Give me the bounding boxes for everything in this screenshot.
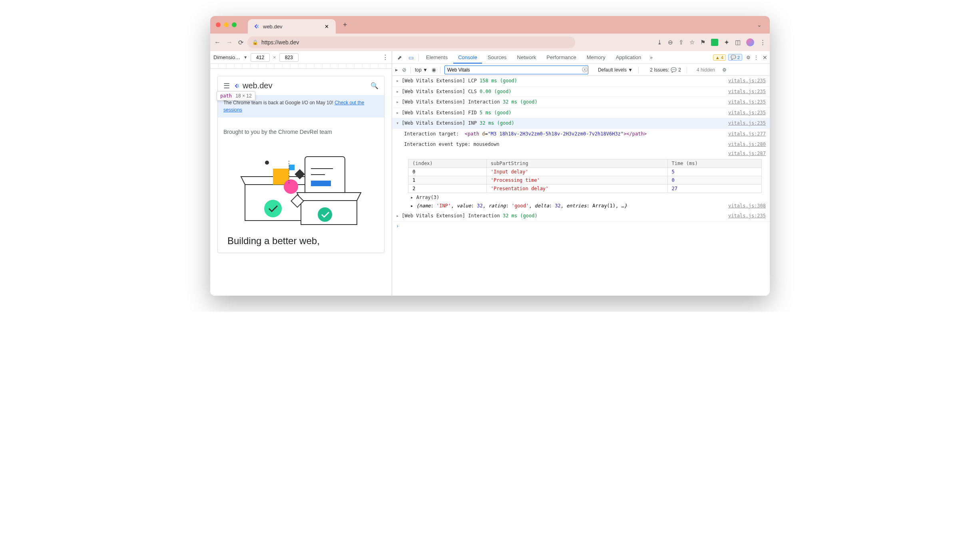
svg-rect-9 [311, 181, 331, 186]
avatar-icon[interactable] [746, 38, 754, 46]
close-window-icon[interactable] [216, 22, 221, 27]
device-toggle-icon[interactable]: ▭ [406, 54, 416, 61]
browser-toolbar: ← → ⟳ 🔒 https://web.dev ⤓ ⊖ ⇧ ☆ ⚑ ✦ ◫ ⋮ [210, 34, 770, 51]
svg-point-12 [318, 207, 332, 222]
clear-console-icon[interactable]: ⊘ [402, 67, 406, 73]
sidepanel-icon[interactable]: ◫ [735, 39, 741, 46]
extensions-puzzle-icon[interactable]: ✦ [724, 38, 729, 47]
source-link[interactable]: vitals.js:235 [728, 119, 766, 128]
warnings-badge[interactable]: ▲ 4 [713, 54, 726, 61]
source-link[interactable]: vitals.js:235 [728, 212, 766, 221]
console-table: (index) subPartString Time (ms) 0'Input … [408, 159, 762, 193]
reload-icon[interactable]: ⟳ [238, 39, 243, 46]
tab-network[interactable]: Network [512, 51, 541, 64]
table-header[interactable]: (index) [408, 159, 487, 167]
source-link[interactable]: vitals.js:287 [728, 149, 766, 158]
device-menu-icon[interactable]: ⋮ [382, 54, 388, 61]
minimize-window-icon[interactable] [224, 22, 229, 27]
log-row[interactable]: ▸[Web Vitals Extension] Interaction 32 m… [392, 211, 770, 222]
brand-text: web.dev [243, 81, 273, 90]
chevron-down-icon[interactable]: ▼ [243, 55, 247, 60]
devtools-close-icon[interactable]: ✕ [763, 54, 767, 61]
maximize-window-icon[interactable] [232, 22, 237, 27]
source-link[interactable]: vitals.js:280 [728, 140, 766, 149]
bookmark-icon[interactable]: ☆ [689, 39, 695, 46]
browser-tab[interactable]: web.dev ✕ [248, 19, 336, 34]
table-header[interactable]: Time (ms) [667, 159, 761, 167]
issues-link[interactable]: 2 Issues: 💬 2 [650, 67, 681, 73]
console-body: ▸[Web Vitals Extension] LCP 158 ms (good… [392, 76, 770, 296]
source-link[interactable]: vitals.js:235 [728, 88, 766, 96]
content-area: Dimensio… ▼ × ⋮ ☰ web.dev 🔍 [210, 51, 770, 296]
menu-dots-icon[interactable]: ⋮ [760, 39, 766, 46]
new-tab-button[interactable]: + [343, 21, 347, 29]
console-settings-icon[interactable]: ⚙ [722, 67, 727, 73]
svg-point-2 [264, 200, 282, 217]
extension-icon[interactable] [711, 39, 718, 46]
hamburger-icon[interactable]: ☰ [223, 82, 230, 90]
tab-application[interactable]: Application [611, 51, 646, 64]
source-link[interactable]: vitals.js:235 [728, 109, 766, 117]
tabs-overflow-icon[interactable]: » [647, 55, 656, 60]
log-row[interactable]: ▸[Web Vitals Extension] FID 5 ms (good)v… [392, 108, 770, 119]
nav-buttons: ← → ⟳ [214, 39, 243, 46]
play-icon[interactable]: ▸ [395, 67, 398, 73]
settings-gear-icon[interactable]: ⚙ [746, 55, 751, 60]
context-selector[interactable]: top ▼ [415, 67, 428, 73]
tab-performance[interactable]: Performance [542, 51, 581, 64]
download-icon[interactable]: ⤓ [657, 39, 662, 46]
table-row: 0'Input delay'5 [408, 167, 762, 176]
live-expression-icon[interactable]: ◉ [432, 67, 436, 73]
source-link[interactable]: vitals.js:235 [728, 77, 766, 86]
height-input[interactable] [279, 53, 299, 62]
log-levels-dropdown[interactable]: Default levels ▼ [598, 67, 633, 73]
info-badge[interactable]: 💬 2 [728, 54, 742, 61]
expand-arrow-icon[interactable]: ▸ [396, 212, 402, 221]
tab-sources[interactable]: Sources [483, 51, 512, 64]
share-icon[interactable]: ⇧ [679, 39, 684, 46]
table-header[interactable]: subPartString [486, 159, 667, 167]
dimensions-label[interactable]: Dimensio… [213, 54, 240, 60]
log-row-expanded[interactable]: ▾[Web Vitals Extension] INP 32 ms (good)… [392, 118, 770, 129]
forward-icon[interactable]: → [226, 39, 233, 46]
svg-marker-11 [297, 193, 361, 201]
log-row[interactable]: ▸[Web Vitals Extension] Interaction 32 m… [392, 97, 770, 108]
tab-console[interactable]: Console [453, 51, 482, 64]
tab-title: web.dev [263, 24, 321, 30]
address-bar[interactable]: 🔒 https://web.dev [247, 36, 575, 48]
devtools-menu-icon[interactable]: ⋮ [754, 55, 759, 60]
tab-elements[interactable]: Elements [421, 51, 452, 64]
site-brand[interactable]: web.dev [234, 81, 273, 90]
filter-input[interactable] [444, 66, 588, 74]
clear-filter-icon[interactable]: ⓧ [582, 66, 588, 74]
zoom-icon[interactable]: ⊖ [668, 39, 673, 46]
console-prompt[interactable]: › [392, 222, 770, 231]
banner-text: The Chrome team is back at Google I/O on… [223, 100, 335, 105]
source-link[interactable]: vitals.js:235 [728, 98, 766, 107]
table-row: 2'Presentation delay'27 [408, 184, 762, 193]
tab-memory[interactable]: Memory [582, 51, 610, 64]
array-expand-row[interactable]: ▸ Array(3) [392, 194, 770, 201]
source-link[interactable]: vitals.js:277 [728, 130, 766, 139]
flag-icon[interactable]: ⚑ [700, 39, 705, 46]
collapse-arrow-icon[interactable]: ▾ [396, 119, 402, 128]
svg-point-15 [265, 161, 269, 165]
tabs-dropdown-icon[interactable]: ⌄ [757, 22, 762, 28]
back-icon[interactable]: ← [214, 39, 221, 46]
inspect-icon[interactable]: ⬈ [394, 54, 405, 61]
site-subhead: Brought to you by the Chrome DevRel team [218, 117, 384, 141]
object-row[interactable]: ▸ {name: 'INP', value: 32, rating: 'good… [392, 201, 770, 211]
table-src-row: vitals.js:287 [392, 149, 770, 158]
expand-arrow-icon[interactable]: ▸ [396, 98, 402, 107]
expand-arrow-icon[interactable]: ▸ [396, 88, 402, 96]
search-icon[interactable]: 🔍 [370, 82, 378, 90]
expand-arrow-icon[interactable]: ▸ [396, 77, 402, 86]
width-input[interactable] [251, 53, 270, 62]
browser-window: web.dev ✕ + ⌄ ← → ⟳ 🔒 https://web.dev ⤓ … [210, 16, 770, 296]
log-row[interactable]: ▸[Web Vitals Extension] LCP 158 ms (good… [392, 76, 770, 87]
source-link[interactable]: vitals.js:308 [728, 202, 766, 211]
log-row[interactable]: ▸[Web Vitals Extension] CLS 0.00 (good)v… [392, 87, 770, 97]
site-frame: ☰ web.dev 🔍 The Chrome team is back at G… [217, 76, 384, 253]
expand-arrow-icon[interactable]: ▸ [396, 109, 402, 117]
close-tab-icon[interactable]: ✕ [325, 24, 330, 29]
